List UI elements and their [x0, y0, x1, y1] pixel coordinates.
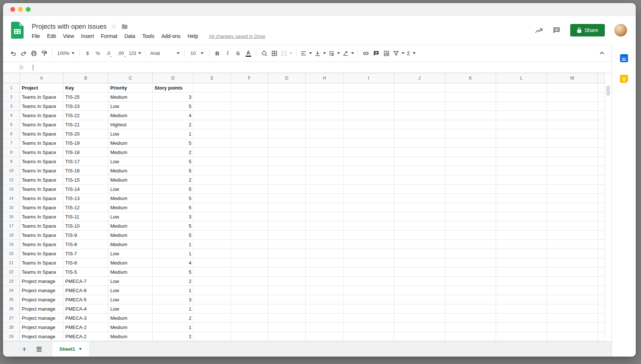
cell-E7[interactable] [194, 139, 231, 148]
cell-A22[interactable]: Teams In Space [20, 267, 63, 277]
cell-partial[interactable] [598, 92, 605, 102]
cell-M25[interactable] [547, 295, 598, 304]
cell-M5[interactable] [547, 120, 598, 129]
cell-L6[interactable] [496, 129, 547, 139]
cell-K27[interactable] [445, 314, 496, 323]
cell-K10[interactable] [445, 166, 496, 175]
cell-A12[interactable]: Teams In Space [20, 175, 63, 185]
cell-H20[interactable] [306, 249, 343, 258]
cell-L29[interactable] [496, 332, 547, 341]
account-avatar[interactable] [614, 24, 627, 36]
cell-A23[interactable]: Project manage [20, 277, 63, 286]
cell-K7[interactable] [445, 139, 496, 148]
cell-partial[interactable] [598, 83, 605, 92]
cell-K1[interactable] [445, 83, 496, 92]
cell-M28[interactable] [547, 323, 598, 332]
cell-I14[interactable] [343, 194, 394, 203]
cell-E9[interactable] [194, 157, 231, 166]
menu-format[interactable]: Format [101, 33, 117, 39]
cell-partial[interactable] [598, 240, 605, 249]
minimize-window-button[interactable] [18, 7, 23, 12]
cell-partial[interactable] [598, 111, 605, 120]
row-header-25[interactable]: 25 [3, 295, 20, 304]
cell-partial[interactable] [598, 267, 605, 277]
cell-partial[interactable] [598, 194, 605, 203]
cell-H27[interactable] [306, 314, 343, 323]
cell-A13[interactable]: Teams In Space [20, 185, 63, 194]
cell-M4[interactable] [547, 111, 598, 120]
cell-F2[interactable] [231, 92, 268, 102]
text-color-button[interactable]: A [243, 48, 253, 59]
cell-B24[interactable]: PMECA-6 [63, 286, 108, 295]
row-header-15[interactable]: 15 [3, 203, 20, 212]
cell-J14[interactable] [394, 194, 445, 203]
cell-D28[interactable]: 1 [153, 323, 194, 332]
cell-F9[interactable] [231, 157, 268, 166]
cell-I7[interactable] [343, 139, 394, 148]
cell-L3[interactable] [496, 102, 547, 111]
cell-I15[interactable] [343, 203, 394, 212]
cell-M2[interactable] [547, 92, 598, 102]
cell-H10[interactable] [306, 166, 343, 175]
cell-C27[interactable]: Medium [108, 314, 153, 323]
cell-B28[interactable]: PMECA-2 [63, 323, 108, 332]
cell-M8[interactable] [547, 148, 598, 157]
cell-K9[interactable] [445, 157, 496, 166]
cell-L8[interactable] [496, 148, 547, 157]
cell-B1[interactable]: Key [63, 83, 108, 92]
cell-F7[interactable] [231, 139, 268, 148]
column-header-d[interactable]: D [153, 73, 194, 83]
cell-A8[interactable]: Teams In Space [20, 148, 63, 157]
cell-L4[interactable] [496, 111, 547, 120]
cell-B29[interactable]: PMECA-2 [63, 332, 108, 341]
cell-B5[interactable]: TIS-21 [63, 120, 108, 129]
cell-F14[interactable] [231, 194, 268, 203]
cell-B25[interactable]: PMECA-5 [63, 295, 108, 304]
menu-help[interactable]: Help [188, 33, 198, 39]
saved-status-link[interactable]: All changes saved in Drive [209, 34, 265, 39]
cell-K22[interactable] [445, 267, 496, 277]
cell-I26[interactable] [343, 304, 394, 314]
menu-view[interactable]: View [63, 33, 74, 39]
cell-M16[interactable] [547, 212, 598, 221]
format-currency-button[interactable]: $ [82, 48, 93, 59]
cell-I4[interactable] [343, 111, 394, 120]
cell-B3[interactable]: TIS-23 [63, 102, 108, 111]
print-button[interactable] [29, 48, 39, 59]
cell-G1[interactable] [268, 83, 306, 92]
cell-H12[interactable] [306, 175, 343, 185]
cell-E23[interactable] [194, 277, 231, 286]
cell-K18[interactable] [445, 231, 496, 240]
cell-F13[interactable] [231, 185, 268, 194]
cell-G15[interactable] [268, 203, 306, 212]
cell-partial[interactable] [598, 277, 605, 286]
cell-M3[interactable] [547, 102, 598, 111]
cell-J2[interactable] [394, 92, 445, 102]
cell-D24[interactable]: 1 [153, 286, 194, 295]
cell-I29[interactable] [343, 332, 394, 341]
cell-F18[interactable] [231, 231, 268, 240]
cell-I18[interactable] [343, 231, 394, 240]
cell-L21[interactable] [496, 258, 547, 267]
comment-history-icon[interactable] [552, 27, 561, 34]
cell-K6[interactable] [445, 129, 496, 139]
cell-G10[interactable] [268, 166, 306, 175]
cell-M9[interactable] [547, 157, 598, 166]
cell-F5[interactable] [231, 120, 268, 129]
text-rotation-button[interactable] [341, 48, 355, 59]
close-window-button[interactable] [10, 7, 15, 12]
cell-M13[interactable] [547, 185, 598, 194]
text-wrap-button[interactable] [327, 48, 341, 59]
row-header-8[interactable]: 8 [3, 148, 20, 157]
cell-H24[interactable] [306, 286, 343, 295]
cell-G14[interactable] [268, 194, 306, 203]
cell-D3[interactable]: 5 [153, 102, 194, 111]
cell-B15[interactable]: TIS-12 [63, 203, 108, 212]
borders-button[interactable] [269, 48, 280, 59]
cell-I13[interactable] [343, 185, 394, 194]
cell-J4[interactable] [394, 111, 445, 120]
cell-C12[interactable]: Medium [108, 175, 153, 185]
cell-D20[interactable]: 1 [153, 249, 194, 258]
cell-A5[interactable]: Teams In Space [20, 120, 63, 129]
select-all-corner[interactable] [3, 73, 20, 83]
